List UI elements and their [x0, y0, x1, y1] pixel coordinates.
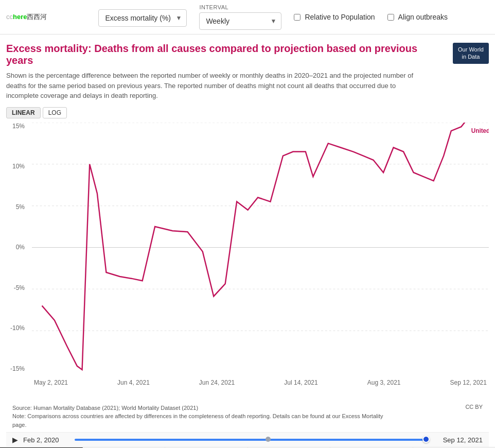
- chart-title: Excess mortality: Deaths from all causes…: [6, 43, 444, 66]
- align-outbreaks-group: Align outbreaks: [387, 13, 448, 21]
- x-tick-sep12: Sep 12, 2021: [450, 379, 487, 386]
- interval-control-group: INTERVAL Weekly ▼: [199, 4, 281, 30]
- interval-select-wrapper[interactable]: Weekly ▼: [199, 12, 281, 30]
- y-tick-10: 10%: [12, 163, 29, 170]
- log-scale-button[interactable]: LOG: [43, 107, 67, 118]
- timeline-start-label: Feb 2, 2020: [23, 436, 69, 444]
- interval-label: INTERVAL: [199, 4, 281, 10]
- relative-population-checkbox[interactable]: [294, 14, 300, 21]
- x-tick-jun24: Jun 24, 2021: [199, 379, 235, 386]
- y-tick-neg5: -5%: [14, 284, 29, 291]
- source-line1: Source: Human Mortality Database (2021);…: [12, 404, 398, 412]
- relative-population-label[interactable]: Relative to Population: [305, 13, 375, 21]
- here-label: here: [13, 13, 27, 21]
- source-line2: Note: Comparisons across countries are a…: [12, 412, 398, 429]
- linear-scale-button[interactable]: LINEAR: [6, 107, 41, 118]
- controls-area: Excess mortality (%) ▼ INTERVAL Weekly ▼…: [57, 4, 489, 30]
- x-tick-jul14: Jul 14, 2021: [284, 379, 317, 386]
- owid-logo[interactable]: Our World in Data: [453, 43, 489, 64]
- footer-source: Source: Human Mortality Database (2021);…: [6, 401, 489, 433]
- owid-line1: Our World: [458, 46, 484, 53]
- footer-source-left: Source: Human Mortality Database (2021);…: [12, 404, 398, 429]
- relative-population-group: Relative to Population: [294, 13, 375, 21]
- country-label-svg: United Kingdom: [471, 127, 489, 134]
- y-tick-5: 5%: [16, 203, 29, 211]
- chart-header-row: Excess mortality: Deaths from all causes…: [6, 43, 489, 107]
- timeline-slider[interactable]: [75, 438, 426, 441]
- x-tick-jun4: Jun 4, 2021: [117, 379, 150, 386]
- x-tick-aug3: Aug 3, 2021: [367, 379, 401, 386]
- metric-select-wrapper[interactable]: Excess mortality (%) ▼: [98, 9, 187, 27]
- slider-handle-start[interactable]: [266, 437, 271, 442]
- line-chart-svg: United Kingdom: [32, 123, 489, 372]
- play-button[interactable]: ▶: [12, 436, 18, 444]
- scale-buttons: LINEAR LOG: [6, 107, 489, 118]
- x-axis: May 2, 2021 Jun 4, 2021 Jun 24, 2021 Jul…: [32, 379, 489, 386]
- cc-label: cc: [6, 13, 13, 21]
- chart-subtitle: Shown is the percentage difference betwe…: [6, 71, 428, 101]
- owid-line2: in Data: [462, 54, 480, 60]
- y-tick-0: 0%: [16, 244, 29, 251]
- y-tick-neg10: -10%: [10, 324, 29, 332]
- chart-container: Excess mortality: Deaths from all causes…: [0, 35, 495, 447]
- x-tick-may2: May 2, 2021: [34, 379, 68, 386]
- align-outbreaks-checkbox[interactable]: [387, 14, 394, 21]
- timeline-end-label: Sep 12, 2021: [431, 436, 483, 444]
- slider-handle-end[interactable]: [422, 436, 430, 443]
- chart-line: [42, 123, 469, 370]
- timeline-bar: ▶ Feb 2, 2020 Sep 12, 2021: [6, 432, 489, 447]
- y-tick-15: 15%: [12, 123, 29, 130]
- chart-header-left: Excess mortality: Deaths from all causes…: [6, 43, 453, 107]
- metric-control-group: Excess mortality (%) ▼: [98, 7, 187, 27]
- chart-area: 15% 10% 5% 0% -5% -10% -15%: [6, 123, 489, 401]
- slider-track: [75, 439, 426, 441]
- interval-select[interactable]: Weekly: [199, 12, 281, 30]
- cc-right: CC BY: [465, 404, 483, 429]
- chinese-label: 西西河: [27, 13, 47, 21]
- metric-select[interactable]: Excess mortality (%): [98, 9, 187, 27]
- y-axis: 15% 10% 5% 0% -5% -10% -15%: [6, 123, 32, 372]
- align-outbreaks-label[interactable]: Align outbreaks: [398, 13, 448, 21]
- y-tick-neg15: -15%: [10, 365, 29, 372]
- cc-logo: cchere西西河: [6, 12, 47, 22]
- top-bar: cchere西西河 Excess mortality (%) ▼ INTERVA…: [0, 0, 495, 35]
